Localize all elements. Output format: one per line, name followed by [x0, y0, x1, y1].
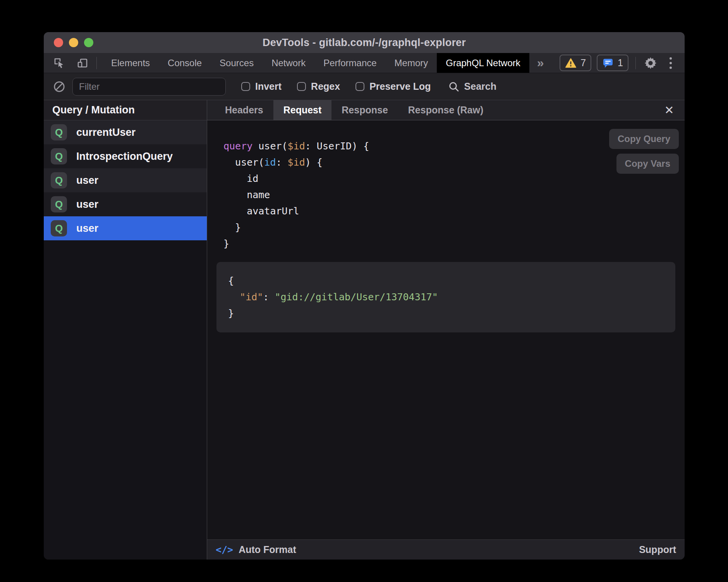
inspect-element-icon[interactable]: [52, 55, 67, 71]
more-options-icon[interactable]: [664, 55, 678, 71]
auto-format-button[interactable]: Auto Format: [239, 544, 296, 555]
code-line: {: [228, 273, 664, 289]
code-brackets-icon: </>: [216, 544, 233, 555]
window-title: DevTools - gitlab.com/-/graphql-explorer: [263, 37, 466, 49]
code-line: avatarUrl: [223, 203, 685, 219]
query-list-header: Query / Mutation: [44, 100, 207, 120]
query-list-item-label: currentUser: [76, 127, 136, 139]
query-type-badge: Q: [51, 148, 67, 164]
tab-response-raw[interactable]: Response (Raw): [398, 100, 493, 120]
block-requests-icon[interactable]: [53, 80, 65, 93]
checkbox-group-invert[interactable]: Invert: [241, 81, 282, 92]
toggle-device-toolbar-icon[interactable]: [75, 55, 90, 71]
tab-headers[interactable]: Headers: [215, 100, 273, 120]
devtools-toolbar: ElementsConsoleSourcesNetworkPerformance…: [44, 53, 685, 73]
tab-graphql-network[interactable]: GraphQL Network: [437, 53, 529, 73]
invert-label: Invert: [255, 81, 282, 92]
regex-label: Regex: [311, 81, 340, 92]
devtools-window: DevTools - gitlab.com/-/graphql-explorer: [44, 32, 685, 560]
devtools-tabs: ElementsConsoleSourcesNetworkPerformance…: [102, 53, 529, 73]
checkbox-group-regex[interactable]: Regex: [297, 81, 340, 92]
query-list-item-label: IntrospectionQuery: [76, 151, 173, 163]
invert-checkbox[interactable]: [241, 82, 250, 91]
close-detail-icon[interactable]: ✕: [661, 102, 678, 119]
main-area: Query / Mutation QcurrentUserQIntrospect…: [44, 100, 685, 560]
query-list-panel: Query / Mutation QcurrentUserQIntrospect…: [44, 100, 207, 560]
code-line: "id": "gid://gitlab/User/13704317": [228, 289, 664, 305]
query-list-item[interactable]: Quser: [44, 168, 207, 192]
issues-badge[interactable]: 1: [597, 55, 628, 71]
toolbar-separator: [635, 57, 636, 69]
tab-network[interactable]: Network: [263, 53, 314, 73]
more-tabs-button[interactable]: »: [529, 53, 552, 73]
code-line: }: [228, 305, 664, 322]
traffic-lights: [54, 32, 93, 53]
preserve-log-label: Preserve Log: [369, 81, 431, 92]
regex-checkbox[interactable]: [297, 82, 306, 91]
query-type-badge: Q: [51, 172, 67, 188]
detail-tabs: HeadersRequestResponseResponse (Raw) ✕: [207, 100, 685, 120]
panel-footer: </> Auto Format Support: [207, 539, 685, 560]
query-type-badge: Q: [51, 220, 67, 236]
screen: DevTools - gitlab.com/-/graphql-explorer: [0, 0, 728, 582]
query-list-item[interactable]: QcurrentUser: [44, 120, 207, 144]
support-link[interactable]: Support: [639, 544, 676, 555]
filter-input[interactable]: [72, 78, 226, 96]
code-line: }: [223, 236, 685, 252]
title-bar: DevTools - gitlab.com/-/graphql-explorer: [44, 32, 685, 53]
tab-performance[interactable]: Performance: [314, 53, 385, 73]
tab-request[interactable]: Request: [273, 100, 332, 120]
query-list-item[interactable]: QIntrospectionQuery: [44, 144, 207, 168]
query-list-item-label: user: [76, 175, 98, 187]
preserve-log-checkbox[interactable]: [355, 82, 364, 91]
tab-memory[interactable]: Memory: [386, 53, 437, 73]
copy-query-button[interactable]: Copy Query: [609, 129, 679, 149]
tab-console[interactable]: Console: [159, 53, 211, 73]
filter-checkboxes: InvertRegexPreserve Log: [226, 81, 431, 92]
query-list: QcurrentUserQIntrospectionQueryQuserQuse…: [44, 120, 207, 240]
settings-gear-icon[interactable]: [643, 55, 658, 71]
query-list-item[interactable]: Quser: [44, 192, 207, 216]
minimize-window-button[interactable]: [69, 38, 78, 47]
search-control[interactable]: Search: [448, 81, 496, 92]
checkbox-group-preserve-log[interactable]: Preserve Log: [355, 81, 431, 92]
search-label: Search: [464, 81, 496, 92]
close-window-button[interactable]: [54, 38, 63, 47]
filter-bar: InvertRegexPreserve Log Search: [44, 73, 685, 100]
toolbar-left-icons: [44, 53, 90, 73]
tab-elements[interactable]: Elements: [102, 53, 159, 73]
zoom-window-button[interactable]: [84, 38, 93, 47]
query-variables-box: { "id": "gid://gitlab/User/13704317"}: [216, 262, 675, 332]
request-content: query user($id: UserID) { user(id: $id) …: [207, 120, 685, 539]
toolbar-separator: [96, 57, 97, 69]
tab-sources[interactable]: Sources: [211, 53, 263, 73]
query-list-item-label: user: [76, 223, 98, 235]
code-line: name: [223, 187, 685, 203]
code-line: }: [223, 219, 685, 236]
query-type-badge: Q: [51, 196, 67, 212]
request-detail-panel: HeadersRequestResponseResponse (Raw) ✕ q…: [207, 100, 685, 560]
toolbar-right-cluster: 7 1: [560, 53, 685, 73]
warning-icon: [565, 58, 577, 68]
warning-count: 7: [580, 57, 586, 68]
message-icon: [602, 58, 614, 68]
message-count: 1: [618, 57, 623, 68]
warnings-badge[interactable]: 7: [560, 55, 591, 71]
query-list-item[interactable]: Quser: [44, 216, 207, 240]
copy-vars-button[interactable]: Copy Vars: [616, 154, 679, 174]
search-icon: [448, 81, 460, 92]
tab-response[interactable]: Response: [331, 100, 398, 120]
query-type-badge: Q: [51, 124, 67, 140]
query-list-item-label: user: [76, 199, 98, 211]
copy-buttons: Copy Query Copy Vars: [609, 129, 679, 174]
detail-tabs-strip: HeadersRequestResponseResponse (Raw): [215, 100, 493, 120]
